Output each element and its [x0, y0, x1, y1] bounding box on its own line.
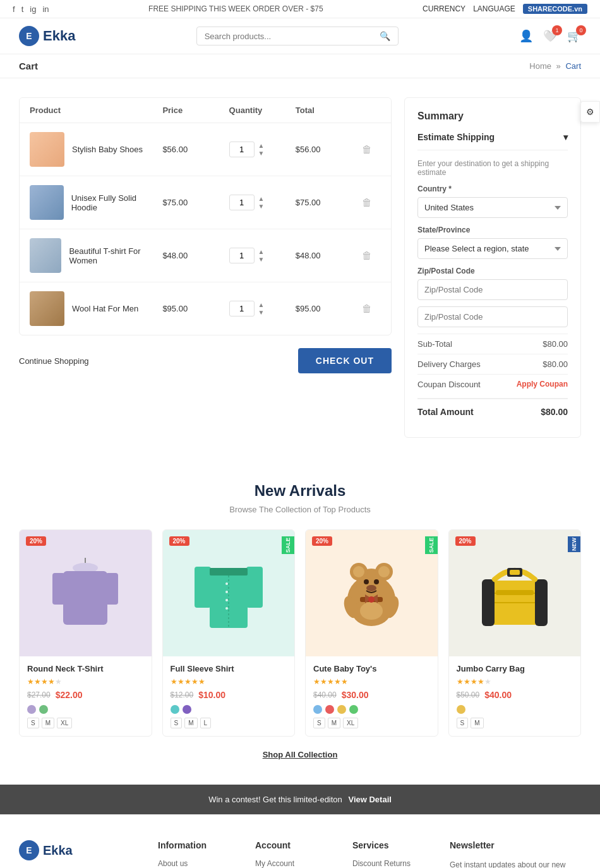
footer: E Ekka 71 Pilgrim Avenue Chevy Chase, ea…: [0, 814, 600, 868]
svg-point-24: [360, 602, 383, 620]
size-option[interactable]: M: [328, 718, 340, 728]
cart-icon[interactable]: 🛒 0: [567, 29, 581, 43]
footer-col-account: Account My Account Order History Wish Li…: [255, 840, 340, 868]
zip-input-2[interactable]: [417, 306, 568, 327]
state-select[interactable]: Please Select a region, state: [417, 238, 568, 259]
footer-link[interactable]: Discount Returns: [352, 859, 437, 868]
breadcrumb-home[interactable]: Home: [529, 61, 551, 71]
top-bar: f t ig in FREE SHIPPING THIS WEEK ORDER …: [0, 0, 600, 18]
qty-up[interactable]: ▲: [258, 301, 265, 309]
footer-col-newsletter: Newsletter Get instant updates about our…: [450, 840, 581, 868]
quantity-input[interactable]: [229, 142, 255, 157]
promo-text: FREE SHIPPING THIS WEEK ORDER OVER - $75: [148, 4, 323, 13]
color-swatch[interactable]: [325, 705, 334, 714]
delete-button[interactable]: 🗑: [362, 250, 381, 262]
size-option[interactable]: XL: [343, 718, 358, 728]
shop-all-link[interactable]: Shop All Collection: [263, 750, 338, 759]
product-card-image[interactable]: 20% NEW: [449, 530, 581, 656]
product-card-body: Jumbo Carry Bag ★★★★★ $50.00 $40.00 S M: [449, 656, 581, 736]
product-name: Stylish Baby Shoes: [72, 145, 143, 154]
quantity-cell: ▲ ▼: [229, 142, 296, 157]
product-card-image[interactable]: 20% SALE: [306, 530, 438, 656]
quantity-input[interactable]: [229, 195, 255, 210]
qty-up[interactable]: ▲: [258, 142, 265, 150]
product-image: [30, 238, 61, 273]
price-new: $30.00: [342, 690, 369, 700]
search-input[interactable]: [205, 32, 380, 41]
color-swatch[interactable]: [337, 705, 346, 714]
qty-up[interactable]: ▲: [258, 195, 265, 203]
instagram-icon[interactable]: ig: [30, 4, 36, 14]
color-swatch[interactable]: [183, 705, 191, 714]
summary-title: Summary: [417, 111, 568, 122]
product-card-image[interactable]: 20% SALE: [163, 530, 295, 656]
total-label: Total Amount: [417, 407, 474, 417]
footer-link[interactable]: About us: [158, 859, 243, 868]
country-label: Country *: [417, 184, 568, 193]
facebook-icon[interactable]: f: [13, 4, 15, 14]
language-selector[interactable]: LANGUAGE: [473, 4, 515, 13]
sale-badge: SALE: [282, 536, 294, 554]
chevron-down-icon: ▾: [563, 132, 568, 142]
qty-down[interactable]: ▼: [258, 256, 265, 263]
price-old: $40.00: [313, 690, 337, 699]
color-swatch[interactable]: [171, 705, 179, 714]
color-swatch[interactable]: [313, 705, 322, 714]
svg-point-18: [353, 566, 364, 577]
size-option[interactable]: S: [313, 718, 325, 728]
svg-rect-33: [535, 579, 548, 626]
subtotal-label: Sub-Total: [417, 339, 452, 349]
product-illustration: [191, 549, 267, 637]
size-option[interactable]: S: [27, 718, 39, 728]
size-option[interactable]: M: [471, 718, 483, 728]
footer-col-services: Services Discount Returns Policy & polic…: [352, 840, 437, 868]
zip-input-1[interactable]: [417, 279, 568, 300]
settings-button[interactable]: ⚙: [580, 101, 600, 123]
footer-link[interactable]: My Account: [255, 859, 340, 868]
logo[interactable]: E Ekka: [19, 26, 75, 46]
color-swatch[interactable]: [349, 705, 358, 714]
qty-up[interactable]: ▲: [258, 248, 265, 256]
product-price: $95.00: [162, 304, 229, 313]
newsletter-desc: Get instant updates about our new produc…: [450, 859, 581, 868]
footer-logo-text: Ekka: [43, 843, 73, 858]
quantity-input[interactable]: [229, 248, 255, 263]
product-card-image[interactable]: 20%: [20, 530, 152, 656]
delete-button[interactable]: 🗑: [362, 144, 381, 155]
qty-down[interactable]: ▼: [258, 150, 265, 157]
estimate-shipping-toggle[interactable]: Estimate Shipping ▾: [417, 132, 568, 150]
color-swatch[interactable]: [39, 705, 48, 714]
qty-down[interactable]: ▼: [258, 203, 265, 210]
search-bar[interactable]: 🔍: [196, 27, 399, 45]
search-icon[interactable]: 🔍: [380, 31, 390, 41]
delivery-label: Delivery Charges: [417, 359, 481, 369]
view-detail-link[interactable]: View Detail: [348, 795, 391, 804]
quantity-cell: ▲ ▼: [229, 195, 296, 210]
color-swatch[interactable]: [457, 705, 465, 714]
size-option[interactable]: S: [171, 718, 183, 728]
size-option[interactable]: M: [184, 718, 197, 728]
twitter-icon[interactable]: t: [21, 4, 24, 14]
color-swatch[interactable]: [27, 705, 36, 714]
size-option[interactable]: XL: [57, 718, 72, 728]
main-content: Product Price Quantity Total Stylish Bab…: [0, 78, 600, 457]
linkedin-icon[interactable]: in: [42, 4, 49, 14]
size-options: S M L: [171, 718, 287, 728]
product-total: $95.00: [296, 304, 362, 313]
delete-button[interactable]: 🗑: [362, 197, 381, 208]
currency-selector[interactable]: CURRENCY: [423, 4, 465, 13]
country-select[interactable]: United States: [417, 197, 568, 218]
user-icon[interactable]: 👤: [519, 29, 533, 43]
apply-coupon-button[interactable]: Apply Coupan: [517, 380, 568, 389]
size-option[interactable]: M: [42, 718, 54, 728]
qty-down[interactable]: ▼: [258, 309, 265, 316]
continue-shopping-link[interactable]: Continue Shopping: [19, 356, 89, 366]
quantity-input[interactable]: [229, 301, 255, 316]
checkout-button[interactable]: CHECK OUT: [298, 348, 392, 373]
social-links[interactable]: f t ig in: [13, 4, 49, 14]
qty-arrows: ▲ ▼: [258, 248, 265, 263]
size-option[interactable]: L: [200, 718, 212, 728]
delete-button[interactable]: 🗑: [362, 303, 381, 315]
size-option[interactable]: S: [457, 718, 469, 728]
wishlist-icon[interactable]: 🤍 1: [543, 29, 557, 43]
